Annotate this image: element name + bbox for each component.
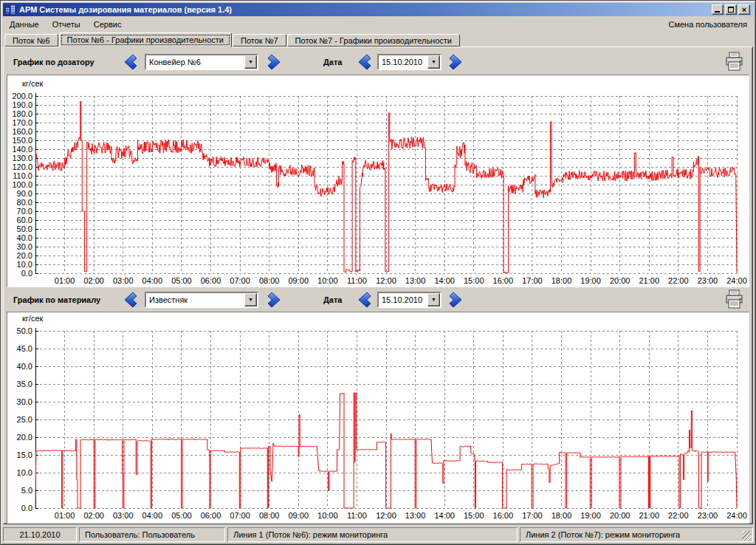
svg-text:130.0: 130.0 [12,154,32,162]
svg-text:07:00: 07:00 [230,511,250,520]
material-date-prev-button[interactable] [357,291,373,309]
dozator-date-combo[interactable]: 15.10.2010 ▼ [377,54,441,70]
svg-text:0.0: 0.0 [21,504,32,513]
dozator-prev-button[interactable] [123,53,139,71]
close-button[interactable]: × [738,4,750,15]
svg-text:10:00: 10:00 [317,276,338,285]
menu-item-data[interactable]: Данные [3,18,46,31]
svg-text:13:00: 13:00 [405,276,426,285]
svg-text:17:00: 17:00 [522,276,543,285]
chevron-right-icon [266,291,282,309]
svg-text:23:00: 23:00 [698,276,718,285]
tab-potok7[interactable]: Поток №7 [233,34,286,47]
dozator-print-button[interactable] [724,52,746,72]
material-print-button[interactable] [724,289,746,310]
svg-text:24:00: 24:00 [726,276,747,285]
status-line2-text: Линия 2 (Поток №7): режим мониторинга [526,530,680,539]
status-line2: Линия 2 (Поток №7): режим мониторинга [520,527,753,542]
tab-potok6-graphs[interactable]: Поток №6 - Графики производительности [59,32,232,47]
material-chart-label: График по материалу [13,287,100,312]
chevron-right-icon [266,53,282,71]
dozator-chart: 0.010.020.030.040.050.060.070.080.090.01… [7,75,749,287]
svg-text:20:00: 20:00 [610,511,630,520]
app-icon [4,4,16,16]
minimize-button[interactable] [712,4,724,15]
svg-text:80.0: 80.0 [17,198,32,207]
svg-text:02:00: 02:00 [83,511,104,520]
svg-text:04:00: 04:00 [142,511,163,520]
svg-text:07:00: 07:00 [230,276,250,285]
material-date-next-button[interactable] [447,291,464,309]
tab-page: График по дозатору Конвейер №6 ▼ Дата 15… [3,47,753,524]
material-date-combo[interactable]: 15.10.2010 ▼ [377,292,441,308]
svg-text:17:00: 17:00 [522,511,543,520]
material-chart: 0.05.010.015.020.025.030.035.040.045.050… [7,312,749,524]
svg-text:11:00: 11:00 [347,511,367,520]
svg-text:15:00: 15:00 [464,511,484,520]
svg-text:20.0: 20.0 [17,433,32,442]
material-next-button[interactable] [266,291,282,309]
svg-text:03:00: 03:00 [113,276,134,285]
svg-text:08:00: 08:00 [259,511,280,520]
svg-text:10.0: 10.0 [17,468,32,477]
svg-text:02:00: 02:00 [83,276,104,285]
menu-item-service[interactable]: Сервис [87,18,128,31]
svg-text:кг/сек: кг/сек [22,314,43,323]
menu-item-change-user[interactable]: Смена пользователя [662,18,753,31]
window-title: АРМ Системы дозирования материалов (верс… [19,5,712,14]
menu-item-reports[interactable]: Отчеты [46,18,87,31]
dozator-combo-value: Конвейер №6 [149,56,201,68]
chevron-left-icon [357,53,373,71]
svg-text:10:00: 10:00 [317,511,338,520]
status-bar: 21.10.2010 Пользователь: Пользователь Ли… [3,524,753,542]
svg-text:12:00: 12:00 [376,276,396,285]
material-combo[interactable]: Известняк ▼ [145,292,258,308]
svg-text:04:00: 04:00 [142,276,163,285]
dozator-combo-dropdown-button[interactable]: ▼ [244,55,257,69]
dozator-date-label: Дата [323,49,342,75]
svg-text:25.0: 25.0 [17,415,32,424]
svg-text:30.0: 30.0 [17,397,32,406]
svg-text:100.0: 100.0 [12,180,32,189]
material-date-value: 15.10.2010 [382,294,422,306]
material-date-dropdown-button[interactable]: ▼ [427,293,440,306]
material-date-label: Дата [323,287,342,312]
material-combo-dropdown-button[interactable]: ▼ [244,293,257,306]
window-controls: × [712,4,750,15]
svg-text:5.0: 5.0 [21,486,32,495]
dozator-next-button[interactable] [266,53,282,71]
svg-text:24:00: 24:00 [726,511,747,520]
tab-potok7-graphs[interactable]: Поток №7 - Графики производительности [287,34,460,47]
svg-text:70.0: 70.0 [17,207,32,216]
svg-text:21:00: 21:00 [639,511,659,520]
svg-text:12:00: 12:00 [376,511,396,520]
svg-text:140.0: 140.0 [12,145,32,154]
svg-text:15.0: 15.0 [17,450,32,459]
chevron-left-icon [123,291,139,309]
svg-text:09:00: 09:00 [288,276,309,285]
dozator-combo[interactable]: Конвейер №6 ▼ [145,54,258,70]
close-icon: × [739,5,749,14]
svg-text:03:00: 03:00 [113,511,134,520]
svg-text:160.0: 160.0 [12,127,32,136]
svg-text:190.0: 190.0 [12,100,32,109]
dozator-date-next-button[interactable] [447,53,464,71]
resize-grip[interactable] [742,531,752,541]
title-bar: АРМ Системы дозирования материалов (верс… [3,3,753,16]
chevron-down-icon: ▼ [248,297,253,302]
svg-text:19:00: 19:00 [580,511,601,520]
chevron-right-icon [447,291,464,309]
dozator-date-prev-button[interactable] [357,53,373,71]
dozator-toolbar: График по дозатору Конвейер №6 ▼ Дата 15… [4,49,752,75]
maximize-button[interactable] [725,4,737,15]
svg-text:14:00: 14:00 [434,511,455,520]
material-prev-button[interactable] [123,291,139,309]
svg-text:40.0: 40.0 [17,233,32,242]
svg-text:90.0: 90.0 [17,189,32,198]
svg-text:150.0: 150.0 [12,136,32,145]
svg-text:08:00: 08:00 [259,276,280,285]
dozator-date-dropdown-button[interactable]: ▼ [427,55,440,69]
svg-text:180.0: 180.0 [12,109,32,118]
svg-text:60.0: 60.0 [17,216,32,224]
tab-potok6[interactable]: Поток №6 [4,34,58,47]
